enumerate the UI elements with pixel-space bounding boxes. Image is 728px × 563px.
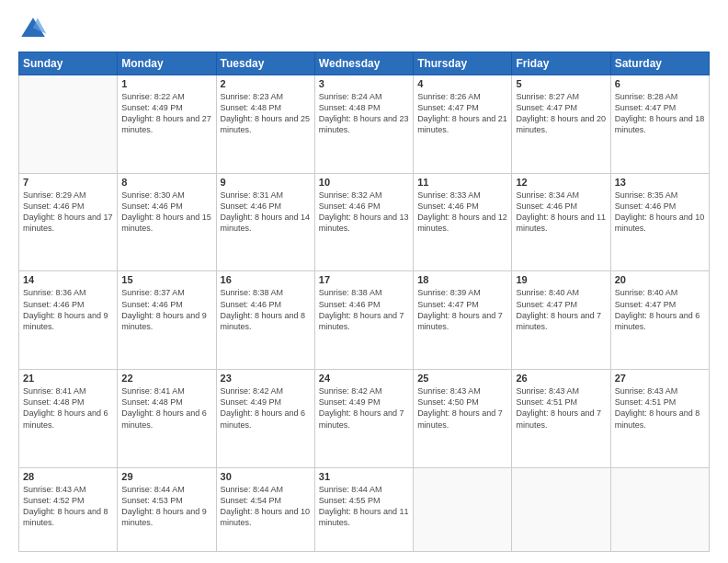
- day-info: Sunrise: 8:40 AMSunset: 4:47 PMDaylight:…: [615, 287, 705, 332]
- day-info: Sunrise: 8:27 AMSunset: 4:47 PMDaylight:…: [516, 91, 606, 136]
- day-info: Sunrise: 8:44 AMSunset: 4:55 PMDaylight:…: [319, 484, 409, 529]
- calendar-col-saturday: Saturday: [610, 52, 709, 75]
- day-number: 22: [121, 373, 211, 384]
- calendar-cell: 25Sunrise: 8:43 AMSunset: 4:50 PMDayligh…: [414, 370, 512, 468]
- day-number: 28: [23, 471, 113, 482]
- day-info: Sunrise: 8:29 AMSunset: 4:46 PMDaylight:…: [23, 190, 113, 235]
- page: SundayMondayTuesdayWednesdayThursdayFrid…: [0, 0, 728, 563]
- calendar-cell: 24Sunrise: 8:42 AMSunset: 4:49 PMDayligh…: [314, 370, 413, 468]
- calendar-cell: 19Sunrise: 8:40 AMSunset: 4:47 PMDayligh…: [512, 271, 610, 370]
- calendar-cell: 9Sunrise: 8:31 AMSunset: 4:46 PMDaylight…: [216, 173, 314, 271]
- calendar-cell: 26Sunrise: 8:43 AMSunset: 4:51 PMDayligh…: [512, 370, 610, 468]
- calendar-cell: 4Sunrise: 8:26 AMSunset: 4:47 PMDaylight…: [414, 75, 512, 174]
- day-number: 1: [121, 78, 211, 89]
- calendar-week-row: 14Sunrise: 8:36 AMSunset: 4:46 PMDayligh…: [19, 271, 710, 370]
- day-number: 20: [615, 274, 705, 285]
- day-number: 18: [417, 274, 507, 285]
- calendar-cell: 23Sunrise: 8:42 AMSunset: 4:49 PMDayligh…: [216, 370, 314, 468]
- day-info: Sunrise: 8:44 AMSunset: 4:54 PMDaylight:…: [221, 484, 311, 529]
- day-number: 29: [121, 471, 211, 482]
- day-number: 7: [23, 177, 113, 188]
- day-info: Sunrise: 8:22 AMSunset: 4:49 PMDaylight:…: [121, 91, 211, 136]
- calendar-cell: 5Sunrise: 8:27 AMSunset: 4:47 PMDaylight…: [512, 75, 610, 174]
- day-info: Sunrise: 8:26 AMSunset: 4:47 PMDaylight:…: [417, 91, 507, 136]
- day-number: 8: [121, 177, 211, 188]
- calendar-cell: [610, 467, 709, 551]
- day-number: 9: [221, 177, 311, 188]
- day-number: 21: [23, 373, 113, 384]
- day-number: 15: [121, 274, 211, 285]
- calendar-cell: 1Sunrise: 8:22 AMSunset: 4:49 PMDaylight…: [118, 75, 216, 174]
- calendar-cell: 12Sunrise: 8:34 AMSunset: 4:46 PMDayligh…: [512, 173, 610, 271]
- day-info: Sunrise: 8:28 AMSunset: 4:47 PMDaylight:…: [615, 91, 705, 136]
- calendar-cell: [414, 467, 512, 551]
- day-info: Sunrise: 8:40 AMSunset: 4:47 PMDaylight:…: [516, 287, 606, 332]
- calendar-cell: 15Sunrise: 8:37 AMSunset: 4:46 PMDayligh…: [118, 271, 216, 370]
- day-number: 10: [319, 177, 409, 188]
- calendar-cell: 3Sunrise: 8:24 AMSunset: 4:48 PMDaylight…: [314, 75, 413, 174]
- calendar-cell: 16Sunrise: 8:38 AMSunset: 4:46 PMDayligh…: [216, 271, 314, 370]
- logo: [18, 15, 51, 44]
- day-number: 16: [221, 274, 311, 285]
- calendar-cell: 22Sunrise: 8:41 AMSunset: 4:48 PMDayligh…: [118, 370, 216, 468]
- day-number: 19: [516, 274, 606, 285]
- day-number: 14: [23, 274, 113, 285]
- calendar-col-friday: Friday: [512, 52, 610, 75]
- day-number: 26: [516, 373, 606, 384]
- day-info: Sunrise: 8:34 AMSunset: 4:46 PMDaylight:…: [516, 190, 606, 235]
- calendar-cell: 10Sunrise: 8:32 AMSunset: 4:46 PMDayligh…: [314, 173, 413, 271]
- day-number: 17: [319, 274, 409, 285]
- day-info: Sunrise: 8:24 AMSunset: 4:48 PMDaylight:…: [319, 91, 409, 136]
- day-info: Sunrise: 8:43 AMSunset: 4:51 PMDaylight:…: [615, 385, 705, 431]
- calendar-cell: 8Sunrise: 8:30 AMSunset: 4:46 PMDaylight…: [118, 173, 216, 271]
- calendar-col-thursday: Thursday: [414, 52, 512, 75]
- calendar-cell: [19, 75, 118, 174]
- day-number: 24: [319, 373, 409, 384]
- day-info: Sunrise: 8:31 AMSunset: 4:46 PMDaylight:…: [221, 190, 311, 235]
- day-info: Sunrise: 8:35 AMSunset: 4:46 PMDaylight:…: [615, 190, 705, 235]
- day-info: Sunrise: 8:42 AMSunset: 4:49 PMDaylight:…: [221, 385, 311, 431]
- header: [18, 15, 710, 44]
- calendar-header-row: SundayMondayTuesdayWednesdayThursdayFrid…: [19, 52, 710, 75]
- calendar-cell: 27Sunrise: 8:43 AMSunset: 4:51 PMDayligh…: [610, 370, 709, 468]
- day-number: 31: [319, 471, 409, 482]
- day-info: Sunrise: 8:38 AMSunset: 4:46 PMDaylight:…: [319, 287, 409, 332]
- logo-icon: [18, 15, 48, 44]
- calendar-cell: 14Sunrise: 8:36 AMSunset: 4:46 PMDayligh…: [19, 271, 118, 370]
- calendar-cell: 6Sunrise: 8:28 AMSunset: 4:47 PMDaylight…: [610, 75, 709, 174]
- calendar-cell: 18Sunrise: 8:39 AMSunset: 4:47 PMDayligh…: [414, 271, 512, 370]
- day-info: Sunrise: 8:30 AMSunset: 4:46 PMDaylight:…: [121, 190, 211, 235]
- day-info: Sunrise: 8:44 AMSunset: 4:53 PMDaylight:…: [121, 484, 211, 529]
- day-number: 3: [319, 78, 409, 89]
- day-info: Sunrise: 8:42 AMSunset: 4:49 PMDaylight:…: [319, 385, 409, 431]
- day-number: 4: [417, 78, 507, 89]
- day-info: Sunrise: 8:33 AMSunset: 4:46 PMDaylight:…: [417, 190, 507, 235]
- day-info: Sunrise: 8:43 AMSunset: 4:51 PMDaylight:…: [516, 385, 606, 431]
- calendar-cell: 31Sunrise: 8:44 AMSunset: 4:55 PMDayligh…: [314, 467, 413, 551]
- day-number: 5: [516, 78, 606, 89]
- day-number: 23: [221, 373, 311, 384]
- calendar-cell: 20Sunrise: 8:40 AMSunset: 4:47 PMDayligh…: [610, 271, 709, 370]
- day-info: Sunrise: 8:43 AMSunset: 4:50 PMDaylight:…: [417, 385, 507, 431]
- calendar-week-row: 1Sunrise: 8:22 AMSunset: 4:49 PMDaylight…: [19, 75, 710, 174]
- calendar-cell: 11Sunrise: 8:33 AMSunset: 4:46 PMDayligh…: [414, 173, 512, 271]
- day-info: Sunrise: 8:38 AMSunset: 4:46 PMDaylight:…: [221, 287, 311, 332]
- day-info: Sunrise: 8:36 AMSunset: 4:46 PMDaylight:…: [23, 287, 113, 332]
- calendar-cell: 21Sunrise: 8:41 AMSunset: 4:48 PMDayligh…: [19, 370, 118, 468]
- calendar-table: SundayMondayTuesdayWednesdayThursdayFrid…: [18, 52, 710, 552]
- day-number: 2: [221, 78, 311, 89]
- day-info: Sunrise: 8:43 AMSunset: 4:52 PMDaylight:…: [23, 484, 113, 529]
- calendar-cell: 2Sunrise: 8:23 AMSunset: 4:48 PMDaylight…: [216, 75, 314, 174]
- day-info: Sunrise: 8:37 AMSunset: 4:46 PMDaylight:…: [121, 287, 211, 332]
- calendar-col-wednesday: Wednesday: [314, 52, 413, 75]
- calendar-cell: 30Sunrise: 8:44 AMSunset: 4:54 PMDayligh…: [216, 467, 314, 551]
- calendar-cell: 7Sunrise: 8:29 AMSunset: 4:46 PMDaylight…: [19, 173, 118, 271]
- calendar-cell: 28Sunrise: 8:43 AMSunset: 4:52 PMDayligh…: [19, 467, 118, 551]
- calendar-week-row: 21Sunrise: 8:41 AMSunset: 4:48 PMDayligh…: [19, 370, 710, 468]
- day-info: Sunrise: 8:41 AMSunset: 4:48 PMDaylight:…: [23, 385, 113, 431]
- calendar-week-row: 7Sunrise: 8:29 AMSunset: 4:46 PMDaylight…: [19, 173, 710, 271]
- calendar-col-monday: Monday: [118, 52, 216, 75]
- day-info: Sunrise: 8:23 AMSunset: 4:48 PMDaylight:…: [221, 91, 311, 136]
- calendar-cell: [512, 467, 610, 551]
- day-number: 25: [417, 373, 507, 384]
